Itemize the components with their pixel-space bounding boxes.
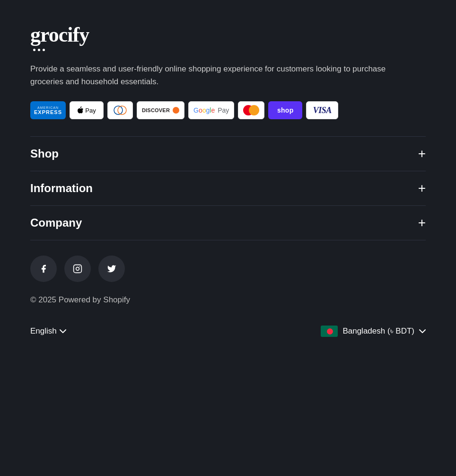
currency-chevron-icon xyxy=(419,329,426,334)
payment-icons: AMERICAN EXPRESS Pay DISCOVER xyxy=(30,101,426,119)
svg-point-0 xyxy=(114,106,123,115)
payment-shop: shop xyxy=(268,101,302,119)
tagline: Provide a seamless and user-friendly onl… xyxy=(30,62,409,88)
twitter-button[interactable] xyxy=(98,256,125,282)
twitter-icon xyxy=(107,264,116,273)
language-chevron-icon xyxy=(60,329,66,334)
language-label: English xyxy=(30,326,57,336)
payment-gpay: Google Pay xyxy=(188,101,234,119)
company-expand-icon: + xyxy=(418,216,426,229)
accordion-company: Company + xyxy=(30,206,426,240)
information-title: Information xyxy=(30,182,93,195)
logo-dot-1 xyxy=(33,49,35,51)
svg-point-1 xyxy=(118,106,126,115)
language-selector[interactable]: English xyxy=(30,326,66,336)
payment-visa: VISA xyxy=(306,101,338,119)
copyright-text: © 2025 Powered by Shopify xyxy=(30,295,426,305)
shop-title: Shop xyxy=(30,147,59,160)
instagram-button[interactable] xyxy=(64,256,91,282)
facebook-icon xyxy=(39,264,48,273)
payment-applepay: Pay xyxy=(70,101,104,119)
accordion-information: Information + xyxy=(30,171,426,206)
payment-discover: DISCOVER xyxy=(137,101,184,119)
logo-text: grocify xyxy=(30,23,89,47)
currency-label: Bangladesh (৳ BDT) xyxy=(342,326,414,336)
accordion-shop: Shop + xyxy=(30,137,426,171)
information-expand-icon: + xyxy=(418,182,426,195)
logo-dot-3 xyxy=(43,49,45,51)
payment-amex: AMERICAN EXPRESS xyxy=(30,101,66,119)
logo-dot-2 xyxy=(38,49,40,51)
svg-point-3 xyxy=(76,267,79,271)
payment-mastercard xyxy=(238,101,264,119)
logo-section: grocify xyxy=(30,23,426,51)
payment-diners xyxy=(107,101,133,119)
accordion: Shop + Information + Company + xyxy=(30,137,426,240)
bangladesh-flag xyxy=(321,326,338,337)
currency-selector[interactable]: Bangladesh (৳ BDT) xyxy=(321,326,426,337)
accordion-information-header[interactable]: Information + xyxy=(30,171,426,205)
company-title: Company xyxy=(30,216,82,229)
bottom-bar: English Bangladesh (৳ BDT) xyxy=(30,322,426,337)
accordion-shop-header[interactable]: Shop + xyxy=(30,137,426,171)
instagram-icon xyxy=(73,264,82,273)
footer: grocify Provide a seamless and user-frie… xyxy=(0,0,456,356)
accordion-company-header[interactable]: Company + xyxy=(30,206,426,240)
svg-rect-2 xyxy=(74,265,82,273)
facebook-button[interactable] xyxy=(30,256,57,282)
shop-expand-icon: + xyxy=(418,147,426,160)
apple-icon xyxy=(77,106,84,114)
social-section xyxy=(30,240,426,295)
